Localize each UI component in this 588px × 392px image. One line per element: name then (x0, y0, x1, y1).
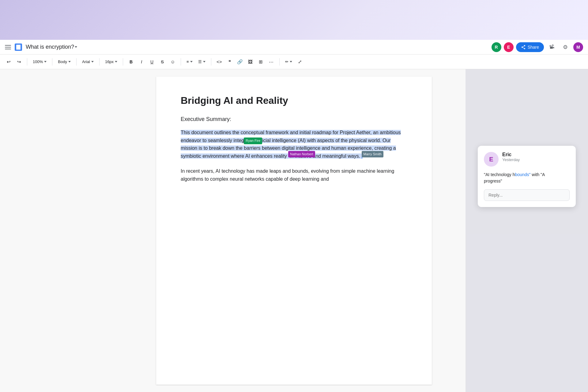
toolbar-separator-4 (99, 58, 100, 66)
avatar-current-user[interactable]: M (573, 42, 583, 52)
menu-icon[interactable] (5, 44, 11, 50)
nathan-cursor-label: Nathan Norbert (288, 151, 315, 158)
toolbar-size-group: 16px (101, 57, 121, 67)
list-chevron-icon (203, 61, 205, 62)
edit-dropdown[interactable]: ✏ (283, 57, 295, 67)
top-gradient-bar (0, 0, 588, 40)
underline-button[interactable]: U (147, 57, 157, 67)
size-dropdown[interactable]: 16px (103, 57, 120, 67)
doc-icon (15, 43, 22, 51)
toolbar-font-group: Arial (78, 57, 97, 67)
comment-time: Yesterday (502, 157, 520, 162)
strikethrough-button[interactable]: S (157, 57, 167, 67)
avatar-ryan[interactable]: R (492, 42, 501, 52)
font-chevron-icon (91, 61, 94, 62)
comment-body: "AI technology hbounds" with "A progress… (484, 172, 570, 184)
comment-header: E Eric Yesterday (484, 152, 570, 167)
quote-button[interactable]: ❝ (225, 57, 235, 67)
document-overlay (466, 69, 588, 392)
marry-cursor-label: Marry Smith (362, 151, 383, 158)
list-dropdown[interactable]: ☰ (196, 57, 208, 67)
style-chevron-icon (68, 61, 71, 62)
document-paragraph-1[interactable]: This document outlines the conceptual fr… (181, 129, 407, 160)
size-label: 16px (105, 59, 114, 64)
toolbar-separator-3 (76, 58, 77, 66)
bold-button[interactable]: B (126, 57, 136, 67)
share-icon (521, 45, 526, 50)
title-bar-right: R E Share 📽 ⚙ M (492, 42, 583, 53)
align-dropdown[interactable]: ≡ (184, 57, 195, 67)
font-dropdown[interactable]: Arial (80, 57, 96, 67)
align-label: ≡ (187, 59, 189, 64)
redo-button[interactable]: ↪ (14, 57, 24, 67)
ryan-cursor-container: Ryan Fireb (244, 144, 247, 152)
ryan-cursor-label: Ryan Fire (244, 138, 262, 144)
document-area[interactable]: Bridging AI and Reality Executive Summar… (0, 69, 588, 392)
emoji-button[interactable]: ☺ (168, 57, 178, 67)
share-label: Share (528, 45, 539, 50)
toolbar-separator-7 (211, 58, 211, 66)
toolbar-separator-1 (27, 58, 27, 66)
style-label: Body (58, 59, 67, 64)
toolbar: ↩ ↪ 100% Body Arial 16px (0, 55, 588, 69)
title-dropdown[interactable]: What is encryption? (26, 44, 77, 50)
zoom-dropdown[interactable]: 100% (30, 57, 49, 67)
align-chevron-icon (190, 61, 193, 62)
comment-highlight-1: bounds" (515, 172, 530, 177)
share-button[interactable]: Share (516, 42, 544, 52)
list-label: ☰ (198, 59, 202, 64)
present-button[interactable]: 📽 (546, 42, 557, 53)
code-button[interactable]: <> (214, 57, 224, 67)
undo-button[interactable]: ↩ (4, 57, 13, 67)
edit-chevron-icon (290, 61, 292, 62)
comment-text-middle: with "A (530, 172, 545, 177)
document-paragraph-2[interactable]: In recent years, AI technology has made … (181, 167, 407, 183)
comment-text-before: "AI technology h (484, 172, 515, 177)
edit-label: ✏ (285, 59, 288, 64)
comment-avatar-initial: E (489, 156, 493, 163)
font-label: Arial (82, 59, 90, 64)
more-button[interactable]: ⋯ (266, 57, 276, 67)
zoom-chevron-icon (44, 61, 47, 62)
title-bar: What is encryption? R E Share 📽 ⚙ M (0, 40, 588, 55)
toolbar-insert-group: <> ❝ 🔗 🖼 ⊞ ⋯ (213, 57, 277, 67)
toolbar-format-group: B I U S ☺ (125, 57, 179, 67)
toolbar-style-group: Body (54, 57, 74, 67)
toolbar-separator-5 (123, 58, 123, 66)
document-title: What is encryption? (26, 44, 74, 50)
comment-meta: Eric Yesterday (502, 152, 520, 162)
comment-avatar: E (484, 152, 499, 167)
comment-author: Eric (502, 152, 520, 157)
document-page[interactable]: Bridging AI and Reality Executive Summar… (156, 77, 432, 385)
toolbar-align-group: ≡ ☰ (183, 57, 209, 67)
toolbar-separator-2 (52, 58, 52, 66)
chevron-down-icon (75, 46, 77, 48)
italic-button[interactable]: I (137, 57, 146, 67)
toolbar-view-group: ✏ ⤢ (281, 57, 306, 67)
app-window: What is encryption? R E Share 📽 ⚙ M ↩ ↪ (0, 40, 588, 392)
size-chevron-icon (115, 61, 117, 62)
zoom-label: 100% (33, 59, 43, 64)
style-dropdown[interactable]: Body (55, 57, 73, 67)
comment-text-progress: progress" (484, 179, 502, 183)
highlighted-text: This document outlines the conceptual fr… (181, 130, 401, 159)
comment-panel: E Eric Yesterday "AI technology hbounds"… (478, 146, 576, 207)
expand-button[interactable]: ⤢ (295, 57, 305, 67)
image-button[interactable]: 🖼 (246, 57, 255, 67)
document-subtitle: Executive Summary: (181, 116, 407, 123)
toolbar-history-group: ↩ ↪ (2, 57, 25, 67)
avatar-eric[interactable]: E (504, 42, 514, 52)
toolbar-separator-8 (279, 58, 280, 66)
toolbar-zoom-group: 100% (29, 57, 50, 67)
table-button[interactable]: ⊞ (256, 57, 266, 67)
settings-button[interactable]: ⚙ (560, 42, 571, 53)
comment-reply-input[interactable] (484, 189, 570, 201)
toolbar-separator-6 (181, 58, 181, 66)
link-button[interactable]: 🔗 (235, 57, 245, 67)
document-title-heading: Bridging AI and Reality (181, 95, 407, 106)
